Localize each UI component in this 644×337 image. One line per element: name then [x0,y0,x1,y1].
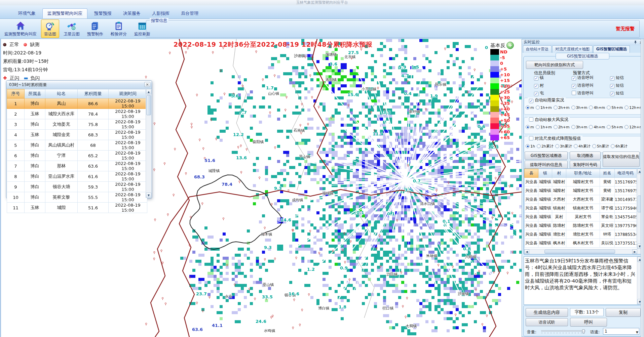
menu-tab[interactable]: 决策服务 [118,9,145,18]
rain-table-row[interactable]: 11玉林城隍51.62022-08-19 15:00 [7,203,147,213]
radio-option[interactable]: 2h累计 [537,144,554,149]
scroll-left-icon[interactable]: ◀ [524,249,529,254]
radio-icon[interactable] [571,125,575,129]
contact-header[interactable]: 县 [525,169,538,178]
rain-table-header[interactable]: 站名 [45,89,78,98]
checkbox[interactable]: ✓ [610,92,614,96]
copy-number-button[interactable]: 复制呼叫号码 [570,161,601,169]
rain-table-header[interactable]: 所属县 [25,89,45,98]
scroll-right-icon[interactable]: ▶ [632,249,637,254]
radio-icon[interactable] [555,144,559,148]
checkbox[interactable]: ✓ [572,76,576,81]
contact-row[interactable]: 兴业县城隍镇枫木村枫木村支书吴以悦137375511 [525,239,637,248]
radio-option[interactable]: 6h累计 [611,144,628,149]
message-box[interactable]: 玉林市气象台19日5时15分发布暴雨橙色预警信号：4时以来兴业县城隍大西水库已出… [524,256,643,305]
rain-table-row[interactable]: 8博白亚山温罗水库61.62022-08-19 15:00 [7,171,147,182]
scroll-thumb[interactable] [544,250,615,254]
radio-option[interactable]: m [526,106,534,110]
radio-icon[interactable] [607,125,611,129]
radio-option[interactable]: 4h累计 [574,144,591,149]
clipboard-button[interactable]: 检验评分 [108,19,130,38]
radio-icon[interactable] [624,125,629,129]
speed-select[interactable]: 1 ▼ [603,328,639,335]
contact-row[interactable]: 兴业县城隍镇城隍村城隍村支书黄铸135176975 [525,178,637,186]
slider-thumb[interactable] [582,329,585,334]
radio-option[interactable]: m [526,125,534,129]
rain-table-row[interactable]: 5博白凤山镇凤山村682022-08-19 15:00 [7,140,147,151]
radio-icon[interactable] [574,144,578,148]
checkbox[interactable]: ✓ [534,76,538,81]
contact-header[interactable]: 姓名 [600,169,615,178]
rain-table-header[interactable]: 累积雨量 [78,89,109,98]
panel-tab[interactable]: 对流尺度模式+地图 [552,45,593,53]
rain-window-titlebar[interactable]: 03时~15时累积雨量 × [6,81,152,89]
radio-option[interactable]: 3h累计 [555,144,572,149]
radio-icon[interactable] [536,106,540,110]
radio-icon[interactable] [526,106,530,110]
rain-table-row[interactable]: 7博白那林63.62022-08-19 15:00 [7,161,147,171]
radio-option[interactable]: 12h+m [624,106,643,110]
radio-option[interactable]: 2h+m [554,125,570,129]
menu-tab[interactable]: 后台管理 [176,9,203,18]
radio-option[interactable]: 5h+m [607,106,623,110]
contact-header[interactable]: 镇 [538,169,552,178]
radio-option[interactable]: 2h+m [554,106,570,110]
close-icon[interactable]: × [144,82,150,87]
checkbox[interactable] [572,91,576,95]
radio-icon[interactable] [589,125,593,129]
rain-table-row[interactable]: 1博白凤山86.62022-08-19 15:00 [7,98,147,109]
satellite-button[interactable]: 卫星云图 [61,19,83,38]
home-button[interactable]: 监测预警靶向叫应 [1,19,40,38]
contact-header[interactable]: 职务/地址 [566,169,600,178]
contact-header[interactable]: 电话号码 [615,169,637,178]
checkbox[interactable] [529,136,533,140]
rain-table-row[interactable]: 6博白宁潭65.22022-08-19 15:00 [7,151,147,161]
radio-icon[interactable] [607,106,611,110]
cancel-select-button[interactable]: 取消圈选 [570,152,601,160]
radio-icon[interactable] [571,106,575,110]
radio-icon[interactable] [526,144,530,148]
checkbox[interactable]: ✓ [610,76,614,81]
panel-tab[interactable]: GIS预警区域圈选 [593,45,630,53]
checkbox[interactable]: ✓ [529,99,533,103]
contact-hscrollbar[interactable]: ◀ ▶ [524,249,637,254]
checkbox[interactable]: ✓ [610,84,614,88]
slider-track[interactable] [541,330,585,332]
radar-button[interactable]: 雷达图 [41,19,59,38]
contact-row[interactable]: 兴业县城隍镇镇南村镇南村支书谭于模151775946 [525,204,637,213]
radio-icon[interactable] [554,125,558,129]
menu-tab[interactable]: 预警预报 [89,9,116,18]
radio-option[interactable]: 1h+m [536,106,552,110]
radio-option[interactable]: 1h+m [536,125,552,129]
checkbox[interactable]: ✓ [534,84,538,88]
contact-row[interactable]: 兴业县城隍镇城隍村城隍村支书黄铸135176975 [525,186,637,195]
rain-table-row[interactable]: 3博白文地姜充75.82022-08-19 15:00 [7,119,147,130]
radio-icon[interactable] [589,106,593,110]
rain-table-row[interactable]: 4玉林城隍金党68.32022-08-19 15:00 [7,130,147,140]
radio-icon[interactable] [592,144,596,148]
level-mode-button[interactable]: 靶向叫应的级别和方式 [526,61,583,69]
contact-row[interactable]: 兴业县城隍镇大西村大西村支书梁泽建130149571 [525,195,637,204]
contact-header[interactable]: 村 [552,169,566,178]
radio-option[interactable]: 3h+m [571,125,588,129]
menu-tab[interactable]: 监测预警靶向叫应 [42,8,87,18]
volume-slider[interactable] [541,329,585,334]
checkbox[interactable]: ✓ [534,92,538,96]
map-area[interactable]: 2022-08-19 12时36分至2022-08-19 12时48分累积降水预… [0,39,522,337]
radio-option[interactable]: 5h累计 [592,144,609,149]
call-button[interactable]: 呼叫 [570,318,607,327]
rain-table-header[interactable]: 观测时间 [109,89,147,98]
contact-row[interactable]: 兴业县城隍镇塘肚村塘肚村支书钟塔137885534 [525,230,637,239]
rain-table-header[interactable]: 序号 [7,89,25,98]
radio-icon[interactable] [526,125,530,129]
checkbox[interactable]: ✓ [572,84,576,88]
document-button[interactable]: 预警制作 [84,19,106,38]
menu-tab[interactable]: 环境气象 [13,9,40,18]
rain-table-row[interactable]: 9博白顿谷大塘59.32022-08-19 15:00 [7,182,147,192]
panel-edge-scrollbar[interactable] [641,39,644,337]
voice-preview-button[interactable]: 语音试听 [526,318,568,326]
generate-message-button[interactable]: 生成信息内容 [526,308,568,317]
rain-table-row[interactable]: 2玉林城隍大西水库78.42022-08-19 15:00 [7,109,147,119]
radio-option[interactable]: 4h+m [589,125,605,129]
rain-table-scrollbar[interactable]: ▲ ▼ [146,89,151,198]
